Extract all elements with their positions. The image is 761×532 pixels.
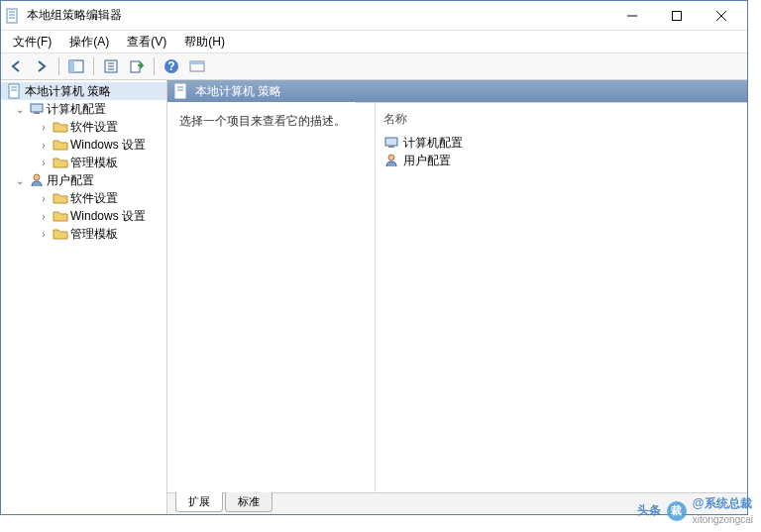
toolbar: ? [1,53,747,80]
details-title: 本地计算机 策略 [195,83,281,100]
svg-rect-29 [388,146,394,148]
tree-label: 管理模板 [70,226,118,243]
svg-rect-14 [131,61,140,72]
folder-icon [53,208,68,224]
computer-icon [29,101,45,117]
expand-icon[interactable]: › [37,211,51,222]
menu-action[interactable]: 操作(A) [61,32,117,53]
tree-user-config[interactable]: ⌄ 用户配置 [1,171,166,189]
policy-icon [7,83,23,99]
folder-icon [53,155,68,170]
maximize-button[interactable] [654,2,699,30]
details-body: 选择一个项目来查看它的描述。 名称 计算机配置 用户配置 [167,102,747,492]
watermark-sub: xitongzongcai [693,514,753,525]
help-button[interactable]: ? [161,55,182,77]
app-icon [5,8,21,24]
view-tabs: 扩展 标准 [167,492,747,514]
tree-windows-settings[interactable]: › Windows 设置 [1,207,166,225]
folder-icon [53,190,68,206]
separator [58,57,59,75]
list-item-user[interactable]: 用户配置 [383,152,739,169]
folder-icon [53,119,68,135]
tree-label: Windows 设置 [70,208,146,225]
tree-label: 本地计算机 策略 [25,83,111,100]
folder-icon [53,137,68,153]
details-header: 本地计算机 策略 [167,80,747,102]
computer-icon [383,135,399,151]
tree-software-settings[interactable]: › 软件设置 [1,189,166,207]
menu-view[interactable]: 查看(V) [119,32,174,53]
tree-root[interactable]: 本地计算机 策略 [1,82,166,100]
svg-rect-25 [175,84,185,98]
show-tree-button[interactable] [65,55,87,77]
expand-icon[interactable]: › [37,193,51,204]
tree-admin-templates[interactable]: › 管理模板 [1,225,166,243]
expand-icon[interactable]: › [37,140,51,151]
tab-standard[interactable]: 标准 [225,492,272,512]
menubar: 文件(F) 操作(A) 查看(V) 帮助(H) [1,31,747,53]
window-controls [609,2,743,30]
tree-label: 管理模板 [70,155,118,171]
svg-point-30 [388,155,394,160]
user-icon [383,153,399,168]
svg-rect-9 [69,60,74,72]
svg-rect-22 [31,104,43,112]
description-panel: 选择一个项目来查看它的描述。 [167,103,376,492]
tree-pane[interactable]: 本地计算机 策略 ⌄ 计算机配置 › 软件设置 › Windows 设置 › 管… [1,80,167,514]
tree-label: Windows 设置 [70,137,146,154]
console-button[interactable] [186,55,208,77]
back-button[interactable] [5,55,27,77]
collapse-icon[interactable]: ⌄ [13,104,27,115]
svg-rect-5 [672,11,681,20]
tree-software-settings[interactable]: › 软件设置 [1,118,166,136]
tree-windows-settings[interactable]: › Windows 设置 [1,136,166,154]
list-item-label: 用户配置 [403,153,451,169]
content-area: 本地计算机 策略 ⌄ 计算机配置 › 软件设置 › Windows 设置 › 管… [1,80,747,514]
menu-file[interactable]: 文件(F) [5,32,59,53]
separator [154,57,155,75]
svg-text:?: ? [167,59,174,73]
details-pane: 本地计算机 策略 选择一个项目来查看它的描述。 名称 计算机配置 用户配置 [167,80,747,514]
svg-rect-23 [34,112,40,114]
minimize-button[interactable] [609,2,654,30]
svg-rect-0 [7,9,17,23]
separator [93,57,94,75]
svg-rect-28 [385,138,397,146]
tab-extended[interactable]: 扩展 [175,492,223,512]
tree-label: 用户配置 [47,172,94,189]
svg-point-24 [34,174,40,180]
tree-admin-templates[interactable]: › 管理模板 [1,154,166,171]
folder-icon [53,226,68,242]
menu-help[interactable]: 帮助(H) [176,32,233,53]
tree-computer-config[interactable]: ⌄ 计算机配置 [1,100,166,118]
list-panel[interactable]: 名称 计算机配置 用户配置 [376,103,747,492]
expand-icon[interactable]: › [37,158,51,168]
list-item-label: 计算机配置 [403,135,463,152]
tree-label: 软件设置 [70,119,118,136]
expand-icon[interactable]: › [37,122,51,133]
svg-rect-19 [9,84,19,98]
column-header-name[interactable]: 名称 [383,109,739,134]
user-icon [29,172,45,188]
properties-button[interactable] [100,55,122,77]
svg-rect-18 [190,61,204,64]
main-window: 本地组策略编辑器 文件(F) 操作(A) 查看(V) 帮助(H) ? 本地计算机… [0,0,748,515]
expand-icon[interactable]: › [37,229,51,240]
window-title: 本地组策略编辑器 [27,7,609,24]
close-button[interactable] [699,2,743,30]
description-text: 选择一个项目来查看它的描述。 [179,114,346,128]
tree-label: 软件设置 [70,190,118,207]
tree-label: 计算机配置 [47,101,106,118]
collapse-icon[interactable]: ⌄ [13,175,27,186]
forward-button[interactable] [31,55,53,77]
list-item-computer[interactable]: 计算机配置 [383,134,739,152]
titlebar: 本地组策略编辑器 [1,1,747,31]
policy-icon [173,83,189,99]
export-button[interactable] [126,55,148,77]
